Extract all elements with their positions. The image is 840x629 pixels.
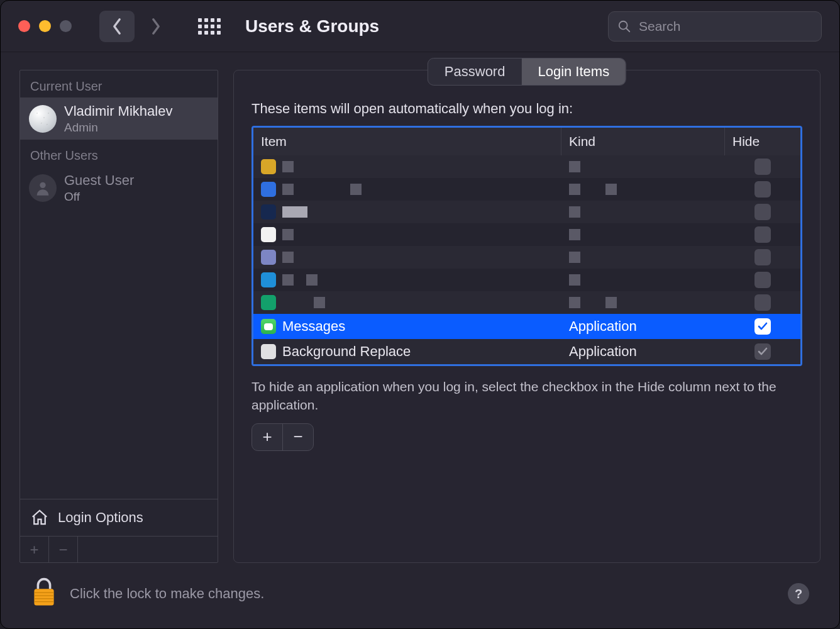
column-kind[interactable]: Kind: [561, 128, 725, 155]
lock-bar: Click the lock to make changes. ?: [1, 574, 839, 628]
search-input[interactable]: [639, 19, 812, 34]
item-kind: Application: [569, 343, 637, 360]
tab-group: Password Login Items: [428, 58, 626, 86]
tab-password[interactable]: Password: [428, 58, 522, 85]
sidebar-footer: + −: [20, 536, 218, 562]
login-options-button[interactable]: Login Options: [20, 499, 218, 536]
avatar: [29, 105, 57, 133]
add-remove-login-item: + −: [251, 423, 314, 451]
table-header: Item Kind Hide: [253, 128, 800, 155]
column-hide[interactable]: Hide: [725, 128, 800, 155]
hide-hint-text: To hide an application when you log in, …: [251, 377, 802, 415]
table-row[interactable]: [253, 178, 800, 201]
forward-button[interactable]: [138, 11, 174, 42]
window: Users & Groups Current User Vladimir Mik…: [0, 0, 840, 629]
current-user-header: Current User: [20, 70, 218, 97]
user-name: Vladimir Mikhalev: [64, 103, 172, 120]
add-login-item-button[interactable]: +: [252, 424, 282, 450]
lock-hint-text: Click the lock to make changes.: [70, 586, 264, 602]
hide-checkbox[interactable]: [754, 294, 771, 311]
login-options-label: Login Options: [58, 509, 143, 526]
background-replace-app-icon: [261, 344, 276, 359]
item-kind: Application: [569, 318, 637, 335]
users-sidebar: Current User Vladimir Mikhalev Admin Oth…: [19, 70, 218, 563]
user-name: Guest User: [64, 172, 134, 189]
remove-login-item-button[interactable]: −: [283, 424, 313, 450]
column-item[interactable]: Item: [253, 128, 561, 155]
titlebar: Users & Groups: [1, 1, 839, 52]
hide-checkbox[interactable]: [754, 249, 771, 265]
current-user-row[interactable]: Vladimir Mikhalev Admin: [20, 97, 218, 140]
table-body: Messages Application: [253, 155, 800, 364]
tab-login-items[interactable]: Login Items: [521, 58, 626, 85]
hide-checkbox[interactable]: [754, 181, 771, 198]
login-items-description: These items will open automatically when…: [251, 101, 802, 117]
zoom-window-button[interactable]: [60, 20, 72, 32]
hide-checkbox[interactable]: [754, 204, 771, 220]
home-icon: [30, 508, 49, 527]
table-row-messages[interactable]: Messages Application: [253, 314, 800, 339]
back-button[interactable]: [99, 11, 135, 42]
lock-icon[interactable]: [31, 577, 57, 611]
hide-checkbox[interactable]: [754, 272, 771, 288]
table-row[interactable]: [253, 246, 800, 269]
login-items-table[interactable]: Item Kind Hide: [251, 126, 802, 366]
svg-rect-3: [34, 589, 53, 605]
user-role: Admin: [64, 120, 172, 135]
window-controls: [18, 20, 72, 32]
table-row[interactable]: [253, 269, 800, 291]
content: Current User Vladimir Mikhalev Admin Oth…: [1, 52, 839, 574]
user-role: Off: [64, 189, 134, 204]
remove-user-button[interactable]: −: [49, 537, 78, 562]
window-title: Users & Groups: [245, 16, 379, 36]
table-row[interactable]: [253, 201, 800, 223]
item-name: Background Replace: [282, 343, 411, 360]
avatar: [29, 174, 57, 202]
help-button[interactable]: ?: [788, 583, 809, 604]
minimize-window-button[interactable]: [39, 20, 51, 32]
show-all-prefs-button[interactable]: [197, 14, 221, 38]
search-field[interactable]: [608, 11, 822, 42]
close-window-button[interactable]: [18, 20, 30, 32]
svg-point-2: [40, 182, 45, 188]
main-panel: Password Login Items These items will op…: [233, 70, 821, 563]
table-row[interactable]: [253, 291, 800, 314]
item-name: Messages: [282, 318, 345, 335]
messages-app-icon: [261, 319, 276, 334]
svg-line-1: [626, 28, 630, 31]
guest-user-row[interactable]: Guest User Off: [20, 167, 218, 209]
hide-checkbox[interactable]: [754, 226, 771, 243]
search-icon: [617, 19, 631, 33]
hide-checkbox[interactable]: [754, 159, 771, 175]
nav-buttons: [99, 11, 174, 42]
table-row[interactable]: [253, 155, 800, 178]
table-row[interactable]: [253, 223, 800, 246]
hide-checkbox[interactable]: [754, 343, 771, 360]
table-row-background-replace[interactable]: Background Replace Application: [253, 339, 800, 364]
hide-checkbox[interactable]: [754, 318, 771, 335]
add-user-button[interactable]: +: [20, 537, 49, 562]
other-users-header: Other Users: [20, 140, 218, 167]
